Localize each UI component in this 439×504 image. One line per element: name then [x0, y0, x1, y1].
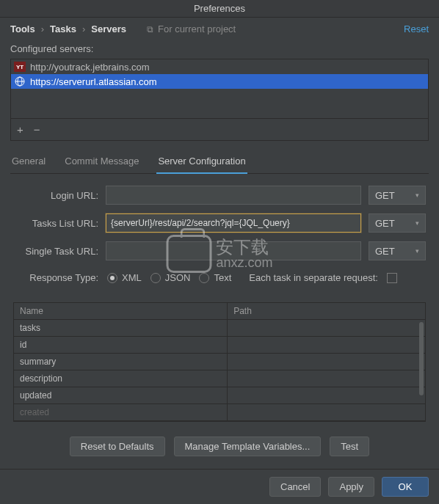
response-type-json-radio[interactable]: [150, 273, 161, 283]
response-type-text-radio[interactable]: [199, 273, 209, 283]
response-type-json-label: JSON: [165, 272, 191, 283]
test-button[interactable]: Test: [330, 437, 369, 456]
tasks-list-url-input[interactable]: [106, 213, 361, 233]
config-tabs: General Commit Message Server Configurat…: [10, 151, 429, 174]
table-row[interactable]: updated: [14, 387, 425, 404]
login-url-method-select[interactable]: GET ▾: [369, 186, 426, 205]
remove-server-button[interactable]: −: [34, 123, 40, 136]
reset-link[interactable]: Reset: [404, 23, 429, 34]
table-row[interactable]: id: [14, 337, 425, 354]
server-url: http://youtrack.jetbrains.com: [30, 62, 150, 73]
tasks-list-url-label: Tasks List URL:: [13, 218, 98, 229]
server-row-youtrack[interactable]: YT http://youtrack.jetbrains.com: [11, 59, 428, 74]
chevron-down-icon: ▾: [416, 247, 419, 255]
single-task-url-label: Single Task URL:: [13, 246, 98, 257]
each-task-checkbox[interactable]: [387, 273, 397, 283]
table-row[interactable]: tasks: [14, 320, 425, 337]
breadcrumb-sep: ›: [82, 23, 85, 34]
table-header-path[interactable]: Path: [228, 303, 425, 319]
tasks-list-url-method-select[interactable]: GET ▾: [369, 213, 426, 233]
each-task-label: Each task in separate request:: [249, 272, 378, 283]
server-list-toolbar: + −: [11, 118, 428, 140]
table-row[interactable]: description: [14, 370, 425, 387]
apply-button[interactable]: Apply: [328, 477, 374, 497]
breadcrumb: Tools › Tasks › Servers ⧉ For current pr…: [0, 18, 439, 40]
table-row[interactable]: summary: [14, 354, 425, 370]
table-row[interactable]: created: [14, 404, 425, 421]
tab-server-configuration[interactable]: Server Configuration: [156, 151, 247, 174]
configured-servers-label: Configured servers:: [0, 40, 439, 59]
single-task-url-method-select[interactable]: GET ▾: [369, 241, 426, 260]
response-type-xml-label: XML: [122, 272, 142, 283]
reset-to-defaults-button[interactable]: Reset to Defaults: [70, 437, 165, 456]
login-url-label: Login URL:: [13, 190, 98, 201]
tab-commit-message[interactable]: Commit Message: [63, 151, 140, 173]
dialog-footer: Cancel Apply OK: [0, 469, 439, 504]
breadcrumb-sep: ›: [41, 23, 44, 34]
single-task-url-input[interactable]: [106, 241, 361, 260]
response-fields-table: Name Path tasks id summary description u…: [13, 302, 426, 422]
table-header-name[interactable]: Name: [14, 303, 228, 319]
manage-template-variables-button[interactable]: Manage Template Variables...: [174, 437, 322, 456]
ok-button[interactable]: OK: [382, 477, 429, 497]
youtrack-icon: YT: [14, 62, 26, 72]
project-scope-icon: ⧉: [147, 24, 153, 34]
breadcrumb-item-servers[interactable]: Servers: [91, 23, 126, 34]
cancel-button[interactable]: Cancel: [269, 477, 321, 497]
table-scrollbar[interactable]: [419, 322, 424, 395]
window-title: Preferences: [0, 0, 439, 18]
server-config-form: Login URL: GET ▾ Tasks List URL: GET ▾ S…: [0, 174, 439, 298]
add-server-button[interactable]: +: [17, 123, 23, 136]
server-list: YT http://youtrack.jetbrains.com https:/…: [10, 59, 429, 141]
chevron-down-icon: ▾: [416, 191, 419, 199]
response-type-xml-radio[interactable]: [107, 273, 117, 283]
login-url-input[interactable]: [106, 186, 361, 205]
server-row-atlassian[interactable]: https://serverurl.atlassian.com: [11, 74, 428, 89]
tab-general[interactable]: General: [10, 151, 47, 173]
project-scope-label: For current project: [158, 23, 236, 34]
chevron-down-icon: ▾: [416, 219, 419, 227]
breadcrumb-item-tools[interactable]: Tools: [10, 23, 35, 34]
globe-icon: [14, 76, 26, 87]
breadcrumb-item-tasks[interactable]: Tasks: [50, 23, 76, 34]
server-url: https://serverurl.atlassian.com: [30, 76, 157, 87]
response-type-text-label: Text: [214, 272, 231, 283]
response-type-label: Response Type:: [13, 272, 98, 283]
